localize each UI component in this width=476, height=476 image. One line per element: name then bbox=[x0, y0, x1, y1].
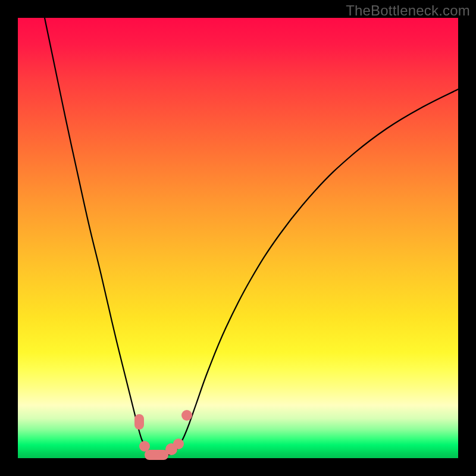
data-marker bbox=[173, 439, 184, 449]
marker-group bbox=[134, 410, 192, 460]
bottleneck-curve bbox=[45, 18, 458, 456]
data-marker bbox=[145, 450, 168, 460]
curve-svg bbox=[18, 18, 458, 458]
data-marker bbox=[134, 414, 144, 430]
watermark-text: TheBottleneck.com bbox=[346, 2, 470, 19]
chart-plot-area bbox=[18, 18, 458, 458]
data-marker bbox=[181, 410, 192, 421]
